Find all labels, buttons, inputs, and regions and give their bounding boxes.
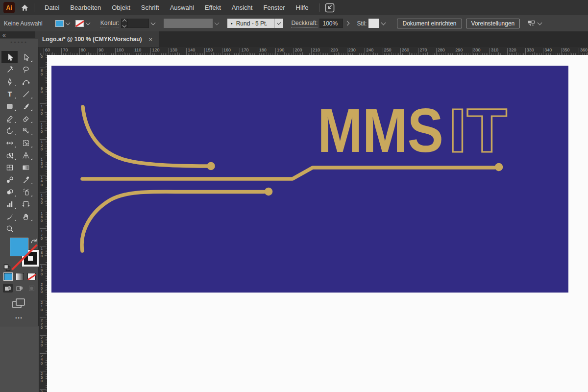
menu-schrift[interactable]: Schrift [136, 4, 165, 11]
document-setup-button[interactable]: Dokument einrichten [397, 19, 462, 28]
artboard[interactable]: MMS IT [51, 66, 568, 293]
width-tool[interactable] [1, 137, 18, 149]
workspace-chevron-icon[interactable] [538, 20, 542, 25]
ruler-tick [225, 53, 226, 55]
rotate-tool[interactable] [1, 124, 18, 137]
rectangle-tool[interactable] [1, 100, 18, 112]
stroke-weight-stepper[interactable] [121, 19, 127, 28]
screen-mode-icon[interactable] [12, 297, 26, 312]
vertical-ruler[interactable]: 7 08 09 01 0 01 1 01 2 01 3 01 4 01 5 01… [39, 55, 47, 392]
logo-text-solid[interactable]: MMS [318, 96, 443, 165]
lasso-tool[interactable] [18, 63, 34, 75]
opacity-label[interactable]: Deckkraft: [291, 20, 318, 27]
stroke-weight-chevron-icon[interactable] [151, 20, 156, 25]
ruler-tick [46, 128, 47, 129]
artboard-tool[interactable] [18, 198, 34, 210]
ruler-tick [74, 53, 74, 55]
menu-fenster[interactable]: Fenster [258, 4, 290, 11]
ruler-tick [158, 53, 158, 55]
fill-color-chevron-icon[interactable] [65, 20, 70, 25]
ruler-label: 100 [117, 48, 124, 52]
zoom-tool[interactable] [1, 222, 18, 235]
magic-wand-tool[interactable] [1, 63, 18, 75]
ruler-tick [465, 53, 465, 55]
ruler-tick [404, 53, 404, 55]
stroke-color-chevron-icon[interactable] [85, 20, 90, 25]
workspace-switcher-icon[interactable] [527, 20, 536, 27]
collapse-panel-button[interactable]: « [2, 32, 5, 39]
shaper-tool[interactable] [1, 112, 18, 124]
fill-color-indicator[interactable] [10, 238, 28, 256]
style-swatch[interactable] [368, 19, 379, 28]
menu-bearbeiten[interactable]: Bearbeiten [65, 4, 106, 11]
default-fill-stroke-icon[interactable] [3, 264, 11, 273]
canvas[interactable]: MMS IT [47, 55, 588, 392]
curvature-tool[interactable] [18, 75, 34, 88]
logo-text-outline[interactable]: IT [448, 96, 507, 165]
ruler-tick [46, 143, 47, 143]
draw-inside-button[interactable] [26, 284, 36, 293]
blob-brush-tool[interactable] [1, 186, 18, 198]
mesh-tool[interactable] [1, 161, 18, 173]
draw-behind-button[interactable] [15, 284, 24, 293]
hand-tool[interactable] [18, 210, 34, 222]
line-segment-tool[interactable] [18, 88, 34, 100]
opacity-input[interactable]: 100% [319, 19, 343, 28]
stroke-weight-field[interactable] [127, 19, 149, 28]
ruler-tick [325, 53, 326, 55]
ruler-tick [46, 376, 47, 377]
ruler-tick [500, 53, 501, 55]
selection-tool[interactable] [1, 51, 18, 63]
ruler-tick [541, 53, 542, 55]
illustrator-logo-icon[interactable]: Ai [3, 2, 15, 13]
perspective-grid-tool[interactable] [18, 149, 34, 161]
gradient-tool[interactable] [18, 161, 34, 173]
panel-grip[interactable]: ●●●●● [0, 40, 38, 44]
preferences-button[interactable]: Voreinstellungen [466, 19, 520, 28]
stroke-weight-label[interactable]: Kontur: [100, 20, 120, 27]
menu-effekt[interactable]: Effekt [199, 4, 226, 11]
logo-artwork[interactable]: MMS IT [51, 66, 568, 293]
brush-definition-dropdown[interactable]: ● Rund - 5 Pt. [227, 19, 274, 28]
ruler-tick [152, 53, 153, 55]
blend-tool[interactable] [1, 173, 18, 186]
opacity-more-icon[interactable] [343, 19, 351, 28]
document-tab[interactable]: Logo.ai* @ 100 % (CMYK/Vorschau) × [35, 31, 159, 47]
menu-objekt[interactable]: Objekt [106, 4, 136, 11]
symbol-sprayer-tool[interactable] [18, 186, 34, 198]
home-icon[interactable] [21, 4, 29, 12]
ruler-tick [518, 53, 518, 55]
free-transform-tool[interactable] [18, 137, 34, 149]
none-mode-button[interactable] [27, 273, 36, 280]
gradient-mode-button[interactable] [16, 273, 24, 280]
menu-datei[interactable]: Datei [39, 4, 65, 11]
edit-toolbar-ellipsis-icon[interactable]: ••• [0, 316, 38, 320]
style-chevron-icon[interactable] [381, 20, 386, 25]
stroke-color-swatch[interactable] [75, 20, 84, 27]
fill-color-swatch[interactable] [55, 20, 64, 27]
draw-normal-button[interactable] [3, 284, 13, 293]
color-mode-button[interactable] [4, 273, 12, 280]
menu-auswahl[interactable]: Auswahl [165, 4, 199, 11]
ruler-tick [347, 48, 347, 55]
paintbrush-tool[interactable] [18, 100, 34, 112]
pen-tool[interactable] [1, 75, 18, 88]
scale-tool[interactable] [18, 124, 34, 137]
eyedropper-tool[interactable] [18, 173, 34, 186]
type-tool[interactable]: T [1, 88, 18, 100]
brush-name: Rund - 5 Pt. [236, 20, 268, 27]
column-graph-tool[interactable] [1, 198, 18, 210]
menu-hilfe[interactable]: Hilfe [291, 4, 314, 11]
direct-selection-tool[interactable] [18, 51, 34, 63]
arrange-documents-icon[interactable] [324, 2, 335, 13]
horizontal-ruler[interactable]: 6070809010011012013014015016017018019020… [39, 47, 588, 55]
knife-tool[interactable] [1, 210, 18, 222]
brush-chevron-icon[interactable] [274, 19, 283, 28]
ruler-tick [46, 73, 47, 74]
shape-builder-tool[interactable] [1, 149, 18, 161]
ruler-tick [46, 268, 47, 268]
ruler-tick [274, 53, 274, 55]
menu-ansicht[interactable]: Ansicht [226, 4, 258, 11]
eraser-tool[interactable] [18, 112, 34, 124]
close-tab-icon[interactable]: × [149, 36, 153, 43]
